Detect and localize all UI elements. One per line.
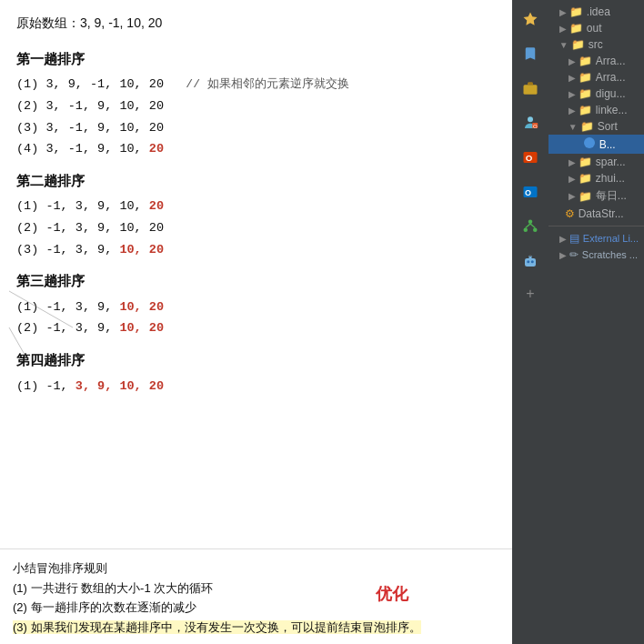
person-icon-btn[interactable]: O — [517, 109, 544, 136]
svg-text:O: O — [526, 153, 533, 163]
tree-label: spar... — [596, 156, 626, 168]
folder-icon: 📁 — [569, 5, 583, 18]
folder-icon: 📁 — [579, 190, 592, 203]
bottom-line-2: (1) 一共进行 数组的大小-1 次大的循环 — [13, 579, 499, 598]
svg-point-11 — [523, 228, 528, 233]
tree-item-spar[interactable]: ▶ 📁 spar... — [548, 154, 644, 170]
tree-label: linke... — [596, 104, 628, 116]
arrow-icon: ▼ — [559, 40, 569, 50]
icon-strip: O O O — [512, 0, 548, 644]
folder-icon: 📁 — [579, 156, 592, 168]
tree-item-sort[interactable]: ▼ 📁 Sort — [548, 118, 644, 135]
folder-icon: 📁 — [579, 55, 592, 67]
section-title-4: 第四趟排序 — [16, 348, 496, 372]
step-2-2: (2) -1, 3, 9, 10, 20 — [16, 217, 496, 239]
arrow-icon: ▶ — [569, 89, 576, 99]
tree-item-scratches[interactable]: ▶ ✏ Scratches ... — [548, 247, 644, 263]
tree-item-ext-lib[interactable]: ▶ ▤ External Li... — [548, 230, 644, 247]
tree-item-b-file[interactable]: B... — [548, 135, 644, 154]
tree-label: Sort — [598, 120, 618, 133]
tree-label: zhui... — [596, 172, 625, 185]
tree-label: Arra... — [596, 71, 626, 84]
folder-icon: 📁 — [579, 87, 592, 100]
tree-item-idea[interactable]: ▶ 📁 .idea — [548, 4, 644, 20]
tree-label: Arra... — [596, 55, 626, 67]
svg-point-12 — [533, 228, 538, 233]
red-value: 20 — [149, 142, 164, 156]
svg-text:O: O — [533, 124, 538, 129]
section-title-2: 第二趟排序 — [16, 169, 496, 193]
content-area: 原始数组：3, 9, -1, 10, 20 第一趟排序 (1) 3, 9, -1… — [0, 0, 512, 548]
tree-item-arra2[interactable]: ▶ 📁 Arra... — [548, 69, 644, 86]
tree-item-out[interactable]: ▶ 📁 out — [548, 20, 644, 36]
bottom-strip: 小结冒泡排序规则 (1) 一共进行 数组的大小-1 次大的循环 (2) 每一趟排… — [0, 548, 512, 644]
step-1-4: (4) 3, -1, 9, 10, 20 — [16, 138, 496, 160]
file-tree: ▶ 📁 .idea ▶ 📁 out ▼ 📁 src ▶ 📁 Arra... ▶ … — [548, 0, 644, 644]
tree-label: digu... — [596, 87, 626, 100]
comment-1: // 如果相邻的元素逆序就交换 — [186, 77, 348, 91]
step-3-1: (1) -1, 3, 9, 10, 20 — [16, 297, 496, 318]
arrow-icon: ▶ — [569, 191, 576, 201]
tree-item-zhui[interactable]: ▶ 📁 zhui... — [548, 170, 644, 186]
tree-label: Scratches ... — [582, 249, 638, 260]
separator — [548, 226, 644, 226]
arrow-icon — [578, 139, 580, 149]
svg-point-16 — [527, 260, 529, 263]
tree-label: .idea — [587, 5, 610, 18]
step-3-2: (2) -1, 3, 9, 10, 20 — [16, 317, 496, 339]
outlook-icon-btn[interactable]: O — [517, 178, 544, 206]
build-icon-btn[interactable] — [517, 75, 544, 102]
svg-point-3 — [528, 116, 533, 122]
arrow-icon: ▶ — [569, 157, 576, 167]
star-icon-btn[interactable] — [517, 5, 544, 33]
office-icon-btn[interactable]: O — [517, 144, 544, 171]
arrow-icon — [559, 209, 562, 219]
tree-item-datastr[interactable]: ⚙ DataStr... — [548, 206, 644, 222]
tree-label: DataStr... — [579, 207, 624, 220]
left-panel: 原始数组：3, 9, -1, 10, 20 第一趟排序 (1) 3, 9, -1… — [0, 0, 512, 644]
bottom-line-3: (2) 每一趟排序的次数在逐渐的减少 — [13, 598, 499, 617]
tree-item-digu[interactable]: ▶ 📁 digu... — [548, 86, 644, 102]
tree-item-arra1[interactable]: ▶ 📁 Arra... — [548, 53, 644, 69]
arrow-icon: ▶ — [569, 174, 576, 184]
tree-item-src[interactable]: ▼ 📁 src — [548, 36, 644, 53]
robot-icon-btn[interactable] — [517, 247, 544, 275]
right-section: O O O — [512, 0, 644, 644]
arrow-icon: ▶ — [569, 106, 576, 116]
bottom-line-1: 小结冒泡排序规则 — [13, 558, 499, 578]
tree-label: B... — [599, 138, 616, 151]
plus-icon-btn[interactable]: + — [512, 282, 548, 306]
svg-point-17 — [531, 260, 534, 263]
folder-icon: 📁 — [579, 104, 592, 116]
arrow-icon: ▶ — [559, 250, 567, 260]
section-title-3: 第三趟排序 — [16, 269, 496, 293]
arrow-icon: ▶ — [559, 7, 567, 17]
arrow-icon: ▶ — [569, 56, 576, 66]
arrow-icon: ▶ — [559, 234, 567, 244]
arrow-icon: ▼ — [569, 122, 578, 132]
arrow-icon: ▶ — [559, 24, 567, 34]
step-1-1: (1) 3, 9, -1, 10, 20 // 如果相邻的元素逆序就交换 — [16, 74, 496, 96]
svg-rect-2 — [523, 85, 537, 95]
svg-point-20 — [584, 137, 595, 148]
tag-icon-btn[interactable] — [517, 40, 544, 67]
folder-icon: 📁 — [569, 22, 583, 35]
tree-item-daily[interactable]: ▶ 📁 每日... — [548, 186, 644, 206]
tree-label: External Li... — [583, 233, 639, 244]
tree-label: 每日... — [596, 188, 627, 204]
folder-icon: 📁 — [580, 120, 594, 133]
plugin-icon-btn[interactable] — [517, 213, 544, 240]
tree-item-linke[interactable]: ▶ 📁 linke... — [548, 102, 644, 118]
svg-point-19 — [529, 255, 531, 257]
svg-point-10 — [528, 220, 533, 225]
svg-text:O: O — [525, 188, 531, 197]
step-4-1: (1) -1, 3, 9, 10, 20 — [16, 376, 496, 397]
arrow-icon: ▶ — [569, 73, 576, 83]
folder-icon: 📁 — [579, 71, 592, 84]
svg-line-13 — [526, 224, 530, 228]
section-title-1: 第一趟排序 — [16, 47, 496, 71]
step-2-3: (3) -1, 3, 9, 10, 20 — [16, 239, 496, 261]
bottom-line-4: 优化 (3) 如果我们发现在某趟排序中，没有发生一次交换，可以提前结束冒泡排序。 — [13, 618, 499, 637]
ext-lib-icon: ▤ — [569, 232, 579, 245]
tree-label: out — [587, 22, 602, 35]
